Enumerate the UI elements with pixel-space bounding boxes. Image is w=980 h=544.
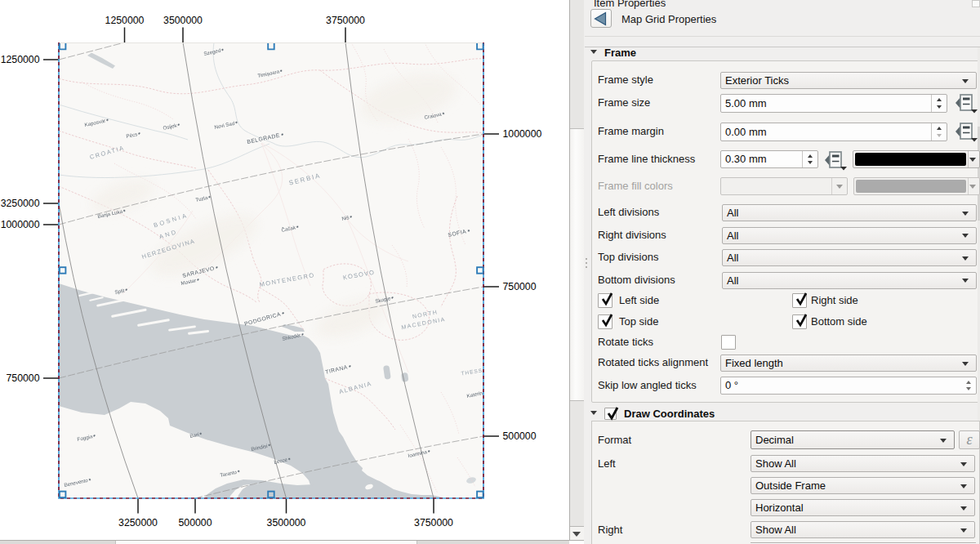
svg-text:3500000: 3500000: [267, 517, 306, 528]
svg-text:750000: 750000: [6, 372, 39, 384]
svg-text:750000: 750000: [503, 281, 537, 292]
svg-text:500000: 500000: [503, 430, 537, 442]
svg-text:1000000: 1000000: [1, 219, 40, 230]
svg-text:3500000: 3500000: [163, 15, 203, 26]
svg-text:3750000: 3750000: [414, 517, 453, 528]
svg-text:1250000: 1250000: [105, 15, 145, 26]
svg-text:3250000: 3250000: [1, 198, 40, 209]
svg-text:3250000: 3250000: [118, 517, 158, 528]
svg-text:3750000: 3750000: [326, 15, 365, 26]
svg-text:1250000: 1250000: [1, 54, 40, 65]
svg-text:1000000: 1000000: [503, 128, 542, 140]
svg-text:500000: 500000: [178, 517, 212, 528]
